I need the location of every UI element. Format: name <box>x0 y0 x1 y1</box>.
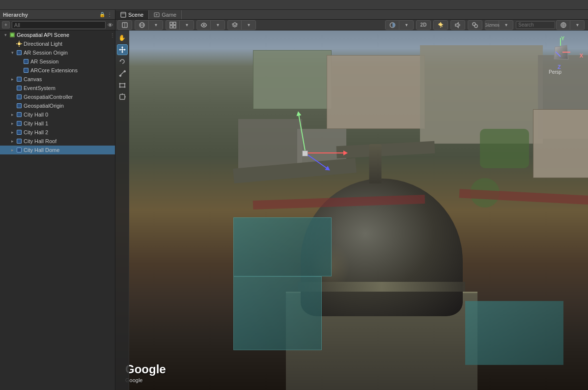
tree-item-geospatial-origin[interactable]: GeospatialOrigin <box>0 101 115 110</box>
hierarchy-search-bar: + 👁 <box>0 20 115 30</box>
world-view-btn[interactable] <box>557 21 570 30</box>
effects-btn[interactable] <box>468 21 482 30</box>
city-hall-2-label: City Hall 2 <box>24 129 48 135</box>
gameobject-icon-city-hall-0 <box>16 111 23 118</box>
hand-tool-btn[interactable]: ✋ <box>117 32 128 43</box>
tree-item-arcore-extensions[interactable]: ARCore Extensions <box>0 66 115 75</box>
audio-btn[interactable] <box>451 21 465 30</box>
scene-tab-label: Scene <box>128 12 143 18</box>
expand-city-hall-1[interactable]: ▸ <box>9 120 16 127</box>
gizmo-x-label: X <box>580 53 583 59</box>
tree-item-city-hall-1[interactable]: ▸ City Hall 1 <box>0 119 115 128</box>
tree-item-canvas[interactable]: ▸ Canvas <box>0 75 115 84</box>
expand-city-hall-2[interactable]: ▸ <box>9 129 16 136</box>
gameobject-icon-ar-session <box>23 58 29 65</box>
gizmos-btn[interactable]: Gizmos <box>485 21 499 30</box>
rotate-tool-btn[interactable] <box>117 56 128 67</box>
gizmo-y-axis <box>560 38 561 46</box>
game-tab-label: Game <box>162 12 176 18</box>
hierarchy-search-input[interactable] <box>12 21 106 29</box>
layers-dropdown[interactable]: ▾ <box>242 21 255 30</box>
2d-label: 2D <box>420 22 427 28</box>
tree-item-geospatial-api-scene[interactable]: ▾ Geospatial API Scene ⋮ <box>0 30 115 39</box>
svg-point-20 <box>203 24 205 26</box>
expand-ar-session-origin[interactable]: ▾ <box>9 49 16 56</box>
world-local-group: ▾ <box>135 20 163 30</box>
scene-game-tabs: Scene Game <box>115 10 588 20</box>
world-local-dropdown[interactable]: ▾ <box>149 21 163 30</box>
glass-roof-2 <box>233 276 322 350</box>
glass-roof-1 <box>233 217 332 276</box>
tree-item-city-hall-roof[interactable]: ▸ City Hall Roof <box>0 137 115 146</box>
scene-tab[interactable]: Scene <box>115 10 149 19</box>
no-expand-ar-session <box>16 58 23 65</box>
svg-rect-19 <box>173 26 176 28</box>
tree-item-geospatial-controller[interactable]: GeospatialController <box>0 92 115 101</box>
expand-city-hall-roof[interactable]: ▸ <box>9 138 16 145</box>
no-expand-geo-origin <box>9 102 16 109</box>
world-local-btn[interactable] <box>135 21 149 30</box>
arcore-extensions-label: ARCore Extensions <box>30 67 78 73</box>
scene-search-input[interactable] <box>516 21 555 29</box>
tree-item-city-hall-2[interactable]: ▸ City Hall 2 <box>0 128 115 137</box>
scene-orientation-gizmo[interactable]: Y X Z Persp <box>544 35 583 75</box>
tree-item-event-system[interactable]: EventSystem <box>0 84 115 92</box>
geospatial-origin-label: GeospatialOrigin <box>24 103 64 109</box>
expand-city-hall-0[interactable]: ▸ <box>9 111 16 118</box>
hierarchy-add-button[interactable]: + <box>2 21 10 29</box>
scene-icon <box>9 31 16 38</box>
2d-mode-btn[interactable]: 2D <box>417 21 430 30</box>
tree-item-ar-session[interactable]: AR Session <box>0 57 115 66</box>
scene-3d-viewport[interactable]: Y X Z Persp Google <box>115 30 588 390</box>
tree-item-city-hall-dome[interactable]: ▸ City Hall Dome <box>0 146 115 154</box>
rect-tool-btn[interactable] <box>117 80 128 90</box>
world-view-dropdown[interactable]: ▾ <box>570 21 584 30</box>
shading-mode-group: ▾ <box>385 20 414 30</box>
svg-marker-53 <box>121 93 123 94</box>
hierarchy-eye-icon[interactable]: 👁 <box>108 22 113 28</box>
tree-item-city-hall-0[interactable]: ▸ City Hall 0 <box>0 110 115 119</box>
hierarchy-more-icon[interactable]: ⋮ <box>107 12 112 17</box>
event-system-label: EventSystem <box>24 85 56 91</box>
toolbar-transform-dropdown[interactable] <box>118 21 132 30</box>
game-tab[interactable]: Game <box>149 10 182 19</box>
tree-item-directional-light[interactable]: Directional Light <box>0 39 115 48</box>
expand-city-hall-dome[interactable]: ▸ <box>9 147 16 153</box>
shading-mode-dropdown[interactable]: ▾ <box>399 21 413 30</box>
no-expand-geo-ctrl <box>9 93 16 100</box>
svg-marker-55 <box>125 96 126 98</box>
move-tool-btn[interactable] <box>117 44 128 55</box>
svg-line-28 <box>442 26 443 27</box>
grid-snap-dropdown[interactable]: ▾ <box>180 21 194 30</box>
gizmos-label: Gizmos <box>485 23 500 28</box>
scene-toolbar: ▾ ▾ <box>115 20 588 30</box>
lighting-btn[interactable] <box>434 21 448 30</box>
no-expand <box>9 40 16 47</box>
svg-marker-41 <box>124 49 126 51</box>
google-watermark: Google <box>125 362 166 376</box>
svg-rect-17 <box>173 22 176 25</box>
expand-canvas[interactable]: ▸ <box>9 76 16 83</box>
layers-btn[interactable] <box>228 21 242 30</box>
grid-snap-btn[interactable] <box>166 21 180 30</box>
gizmo-x-axis <box>562 52 570 53</box>
scale-tool-btn[interactable] <box>117 68 128 79</box>
svg-marker-29 <box>455 23 458 28</box>
gizmos-dropdown[interactable]: ▾ <box>499 21 513 30</box>
svg-point-49 <box>119 87 120 88</box>
gameobject-icon-ar-session-origin <box>16 49 23 56</box>
scene-more-icon[interactable]: ⋮ <box>110 32 115 38</box>
transform-all-tool-btn[interactable] <box>117 91 128 102</box>
layers-group: ▾ <box>227 20 256 30</box>
park-area <box>480 129 529 168</box>
2d-mode-group: 2D <box>416 20 431 30</box>
city-overlay: Y X Z Persp Google <box>115 30 588 390</box>
perspective-label: Persp <box>549 69 561 75</box>
visibility-dropdown[interactable]: ▾ <box>211 21 224 30</box>
game-tab-icon <box>154 12 160 18</box>
hierarchy-panel: Hierarchy 🔒 ⋮ + 👁 ▾ <box>0 10 115 390</box>
visibility-btn[interactable] <box>197 21 211 30</box>
tree-item-ar-session-origin[interactable]: ▾ AR Session Origin <box>0 48 115 57</box>
hierarchy-lock-icon[interactable]: 🔒 <box>99 12 105 17</box>
geospatial-controller-label: GeospatialController <box>24 94 73 100</box>
